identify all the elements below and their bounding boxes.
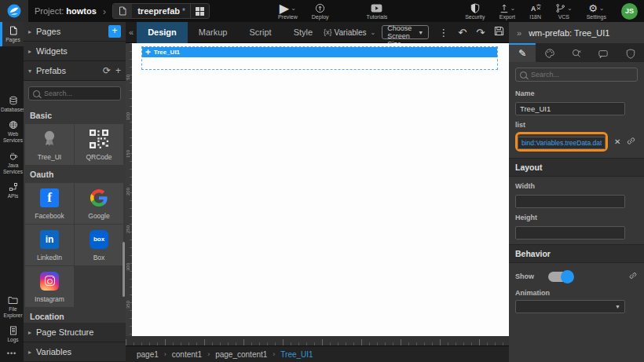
name-field[interactable] — [515, 102, 625, 115]
svg-text:A: A — [531, 5, 536, 13]
selected-widget-tree-ui1[interactable]: ✛ Tree_UI1 — [141, 46, 498, 70]
folder-icon — [8, 296, 18, 305]
panel-row-pages[interactable]: ▸ Pages + — [24, 22, 126, 42]
add-page-button[interactable]: + — [108, 25, 121, 38]
tab-design[interactable]: Design — [137, 22, 188, 43]
panel-row-page-structure[interactable]: ▸ Page Structure — [24, 323, 126, 342]
preview-button[interactable]: ▶⌄ Preview — [271, 0, 305, 22]
wavemaker-logo-icon — [6, 3, 22, 19]
unsaved-indicator: * — [182, 7, 185, 16]
prefab-tile-qrcode[interactable]: QRCode — [75, 124, 123, 165]
search-icon — [33, 90, 40, 97]
annotation-highlight — [515, 132, 608, 152]
prefab-list: Basic Tree_UI QRCode Oauth f Facebook — [24, 81, 126, 323]
rail-item-web-services[interactable]: Web Services — [0, 116, 24, 147]
width-field[interactable] — [515, 195, 625, 208]
height-field[interactable] — [515, 226, 625, 240]
tutorials-button[interactable]: Tutorials — [360, 0, 395, 22]
rail-item-file-explorer[interactable]: File Explorer — [0, 292, 24, 322]
more-options-button[interactable]: ⋮ — [434, 27, 453, 38]
app-logo[interactable] — [0, 0, 28, 22]
collapse-properties-button[interactable]: » — [514, 28, 525, 38]
vcs-button[interactable]: ⌄ VCS — [548, 0, 580, 22]
breadcrumb-page-content1[interactable]: page_content1 — [215, 350, 267, 359]
show-toggle[interactable] — [548, 272, 573, 282]
left-panel: ▸ Pages + ▸ Widgets ▾ Prefabs ⟳ + Basic … — [24, 22, 126, 362]
bind-button[interactable] — [626, 135, 636, 149]
shield-outline-icon — [626, 49, 635, 59]
prefab-tile-box[interactable]: box Box — [75, 225, 123, 265]
deploy-button[interactable]: Deploy — [305, 0, 336, 22]
design-canvas[interactable]: ✛ Tree_UI1 — [132, 43, 509, 336]
tab-style[interactable]: Style — [283, 22, 324, 43]
save-icon — [494, 26, 504, 36]
add-prefab-button[interactable]: + — [115, 65, 121, 76]
tab-security[interactable] — [617, 43, 644, 62]
prefab-tile-facebook[interactable]: f Facebook — [25, 183, 74, 224]
rail-item-logs[interactable]: Logs — [0, 322, 24, 346]
widget-selection-bar[interactable]: ✛ Tree_UI1 — [142, 47, 497, 57]
link-icon — [626, 136, 636, 146]
badge-icon — [39, 129, 60, 149]
canvas-area: « Design Markup Script Style {x} Variabl… — [126, 22, 509, 362]
caret-down-icon: ▾ — [28, 68, 36, 75]
rail-item-apis[interactable]: APIs — [0, 178, 24, 203]
breadcrumb-tree-ui1[interactable]: Tree_UI1 — [280, 350, 313, 359]
animation-select[interactable]: ▼ — [515, 300, 625, 313]
prefab-search[interactable] — [28, 86, 121, 101]
security-button[interactable]: Security — [458, 0, 492, 22]
current-page-box[interactable]: treeprefab * — [112, 3, 210, 19]
user-avatar[interactable]: JS — [621, 3, 638, 20]
animation-field-label: Animation — [515, 289, 638, 297]
export-button[interactable]: ⌄ Export — [492, 0, 523, 22]
rail-item-databases[interactable]: Databases — [0, 92, 24, 116]
properties-search-input[interactable] — [531, 71, 633, 79]
bind-show-button[interactable] — [628, 269, 638, 283]
tab-events[interactable] — [563, 43, 590, 62]
widget-label: Tree_UI1 — [154, 49, 180, 56]
i18n-button[interactable]: A I18N — [522, 0, 548, 22]
left-icon-rail: Pages Databases Web Services Java Servic… — [0, 22, 24, 362]
box-icon: box — [90, 230, 108, 249]
rail-more-button[interactable]: ••• — [0, 346, 24, 362]
link-icon — [628, 271, 638, 280]
rail-item-java-services[interactable]: Java Services — [0, 148, 24, 178]
section-basic: Basic — [24, 106, 126, 124]
rail-item-pages[interactable]: Pages — [0, 22, 24, 46]
breadcrumb-page1[interactable]: page1 — [137, 350, 159, 359]
properties-search[interactable] — [515, 68, 638, 82]
variables-dropdown[interactable]: {x} Variables ⌄ — [324, 28, 375, 37]
chevron-right-icon: › — [273, 350, 275, 358]
page-switcher-button[interactable] — [190, 4, 209, 18]
screen-size-select[interactable]: -- Choose Screen Size -- ▼ — [382, 25, 429, 39]
refresh-prefabs-button[interactable]: ⟳ — [103, 65, 111, 76]
prefab-tile-linkedin[interactable]: in LinkedIn — [25, 225, 74, 265]
panel-row-variables[interactable]: ▸ Variables — [24, 342, 126, 362]
name-field-label: Name — [515, 90, 638, 97]
tab-markup[interactable]: Markup — [188, 22, 239, 43]
tab-styles[interactable] — [536, 43, 562, 62]
tab-script[interactable]: Script — [239, 22, 283, 43]
undo-button[interactable]: ↶ — [453, 27, 471, 38]
chevron-down-icon: ⌄ — [291, 5, 296, 12]
chevron-right-icon: › — [103, 5, 106, 17]
redo-button[interactable]: ↷ — [471, 27, 489, 38]
breadcrumb-content1[interactable]: content1 — [172, 350, 202, 359]
prefab-tile-tree-ui[interactable]: Tree_UI — [25, 124, 74, 165]
save-button[interactable] — [489, 26, 509, 38]
tab-properties[interactable]: ✎ — [509, 43, 536, 62]
prefab-tile-instagram[interactable]: Instagram — [25, 266, 74, 307]
prefab-search-input[interactable] — [44, 90, 116, 97]
panel-row-prefabs[interactable]: ▾ Prefabs ⟳ + — [24, 61, 126, 81]
collapse-left-panel-button[interactable]: « — [126, 27, 137, 37]
list-bind-field[interactable] — [518, 137, 606, 149]
dropdown-arrow-icon: ▼ — [615, 304, 620, 309]
settings-button[interactable]: ⚙⌄ Settings — [580, 0, 613, 22]
tab-messages[interactable] — [590, 43, 617, 62]
clear-binding-button[interactable]: ✕ — [614, 137, 620, 146]
panel-scrollbar[interactable] — [123, 242, 125, 297]
move-icon: ✛ — [145, 49, 151, 56]
prefab-tile-google[interactable]: Google — [75, 183, 123, 224]
panel-row-widgets[interactable]: ▸ Widgets — [24, 42, 126, 61]
google-icon — [89, 188, 109, 208]
